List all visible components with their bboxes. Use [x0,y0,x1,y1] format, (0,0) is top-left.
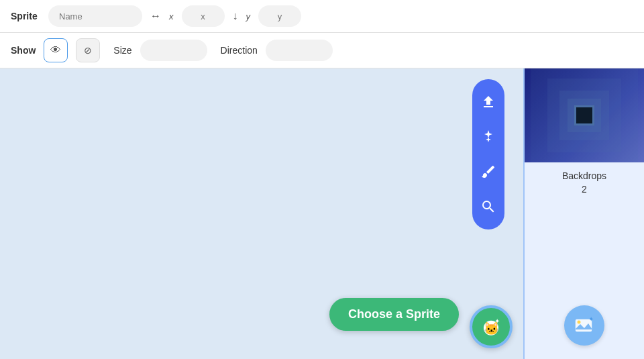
x-arrow-icon: ↔ [150,10,161,22]
size-label: Size [113,45,131,56]
no-eye-icon: ⊘ [84,45,92,56]
show-visible-button[interactable]: 👁 [44,38,68,62]
upload-sprite-button[interactable] [472,86,504,118]
svg-text:✦: ✦ [588,315,594,323]
eye-icon: 👁 [50,44,61,56]
choose-sprite-button[interactable]: 🐱 ✦ [470,305,513,348]
backdrops-label: Backdrops [533,170,636,181]
sprite-add-menu [472,79,504,229]
choose-sprite-icon: 🐱 ✦ [480,315,502,338]
backdrops-count: 2 [533,184,636,195]
y-coord-input[interactable] [258,5,301,27]
direction-input[interactable] [266,40,333,61]
main-area: Choose a Sprite 🐱 ✦ Backdrops [0,68,644,359]
stage-area: Choose a Sprite 🐱 ✦ [0,68,523,359]
tunnel-inner [574,105,594,125]
svg-text:✦: ✦ [494,317,500,325]
brush-icon [480,164,496,180]
sparkle-icon [480,129,496,145]
choose-sprite-tooltip: Choose a Sprite [329,298,459,331]
x-coord-input[interactable] [182,5,225,27]
add-backdrop-button[interactable]: ✦ [564,305,604,346]
svg-point-7 [578,321,581,324]
x-label: x [169,11,174,21]
direction-label: Direction [221,45,258,56]
top-bar-row1: Sprite ↔ x ↓ y [0,0,644,33]
show-label: Show [11,45,36,56]
y-label: y [246,11,251,21]
surprise-sprite-button[interactable] [472,121,504,153]
upload-icon [480,94,496,110]
add-backdrop-icon: ✦ [574,315,595,336]
backdrop-info: Backdrops 2 [525,162,644,203]
search-icon [480,199,496,215]
top-bar-row2: Show 👁 ⊘ Size Direction [0,33,644,68]
backdrop-thumbnail[interactable] [525,68,644,162]
show-hidden-button[interactable]: ⊘ [76,38,100,62]
sprite-label: Sprite [11,11,40,21]
backdrop-tunnel-effect [525,68,644,162]
y-arrow-icon: ↓ [233,10,238,22]
search-sprite-button[interactable] [472,191,504,223]
size-input[interactable] [140,40,207,61]
sprite-name-input[interactable] [48,5,142,27]
paint-sprite-button[interactable] [472,156,504,188]
choose-sprite-label: Choose a Sprite [348,307,440,321]
right-sidebar: Backdrops 2 ✦ [523,68,644,359]
